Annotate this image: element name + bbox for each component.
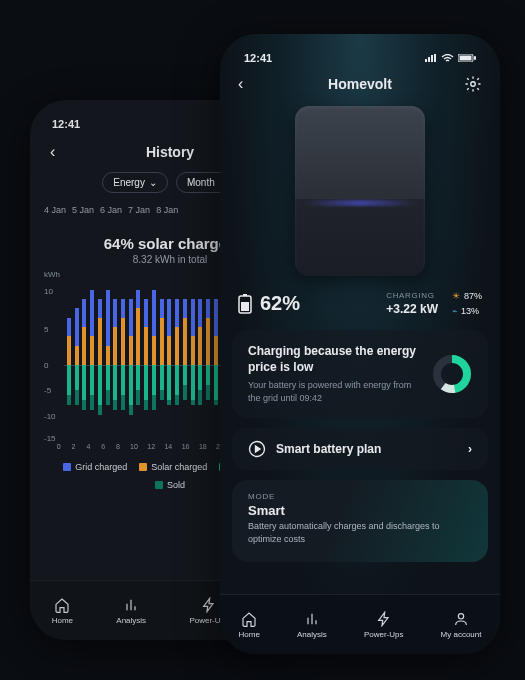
smart-plan-link[interactable]: Smart battery plan › [232, 428, 488, 470]
tab-bar: Home Analysis Power-Ups My account [220, 594, 500, 654]
sun-icon: ☀ [452, 290, 460, 303]
y-unit: kWh [44, 270, 60, 279]
svg-rect-9 [428, 57, 430, 62]
gear-icon [464, 75, 482, 93]
back-button[interactable]: ‹ [238, 75, 243, 93]
wifi-icon [441, 54, 454, 63]
legend-grid: Grid charged [63, 462, 127, 472]
y-tick: 5 [44, 324, 48, 333]
y-tick: -10 [44, 411, 56, 420]
stats-row: 62% CHARGING +3.22 kW ☀87% ⌁13% [232, 290, 488, 318]
svg-point-15 [471, 82, 476, 87]
legend-solar: Solar charged [139, 462, 207, 472]
y-tick: -5 [44, 386, 51, 395]
svg-rect-13 [460, 56, 472, 61]
reason-sub: Your battery is powered with energy from… [248, 379, 420, 404]
tab-analysis[interactable]: Analysis [116, 597, 146, 625]
settings-button[interactable] [464, 75, 482, 93]
tab-home[interactable]: Home [239, 611, 260, 639]
svg-point-23 [458, 613, 463, 618]
homevolt-header: ‹ Homevolt [232, 76, 488, 92]
svg-rect-11 [434, 54, 436, 62]
back-button[interactable]: ‹ [50, 143, 55, 161]
filter-energy[interactable]: Energy ⌄ [102, 172, 168, 193]
reason-card[interactable]: Charging because the energy price is low… [232, 330, 488, 418]
charging-stats: CHARGING +3.22 kW ☀87% ⌁13% [386, 290, 482, 318]
tab-home[interactable]: Home [52, 597, 73, 625]
reason-title: Charging because the energy price is low [248, 344, 420, 375]
device-image [295, 106, 425, 276]
signal-icon [425, 54, 437, 62]
battery-icon [458, 54, 476, 62]
status-time: 12:41 [244, 52, 272, 64]
battery-percent: 62% [238, 292, 300, 315]
y-tick: 0 [44, 360, 48, 369]
status-time: 12:41 [52, 118, 80, 130]
svg-rect-8 [425, 59, 427, 62]
y-tick: 10 [44, 287, 53, 296]
chevron-right-icon: › [468, 442, 472, 456]
play-circle-icon [248, 440, 266, 458]
svg-rect-10 [431, 55, 433, 62]
battery-icon [238, 294, 252, 314]
y-tick: -15 [44, 433, 56, 442]
status-bar: 12:41 [232, 48, 488, 68]
grid-share: ⌁13% [452, 305, 482, 318]
homevolt-screen: 12:41 ‹ Homevolt 62% CHARGING +3.22 kW [220, 34, 500, 654]
chevron-down-icon: ⌄ [149, 177, 157, 188]
legend-sold: Sold [155, 480, 185, 490]
tab-powerups[interactable]: Power-Ups [364, 611, 404, 639]
page-title: Homevolt [328, 76, 392, 92]
tab-account[interactable]: My account [441, 611, 482, 639]
page-title: History [146, 144, 194, 160]
donut-icon [432, 354, 472, 394]
solar-share: ☀87% [452, 290, 482, 303]
svg-rect-17 [243, 294, 247, 296]
svg-rect-14 [474, 56, 476, 60]
svg-rect-18 [241, 302, 249, 311]
grid-icon: ⌁ [452, 305, 457, 318]
status-icons [425, 54, 476, 63]
mode-card[interactable]: MODE Smart Battery automatically charges… [232, 480, 488, 561]
tab-analysis[interactable]: Analysis [297, 611, 327, 639]
